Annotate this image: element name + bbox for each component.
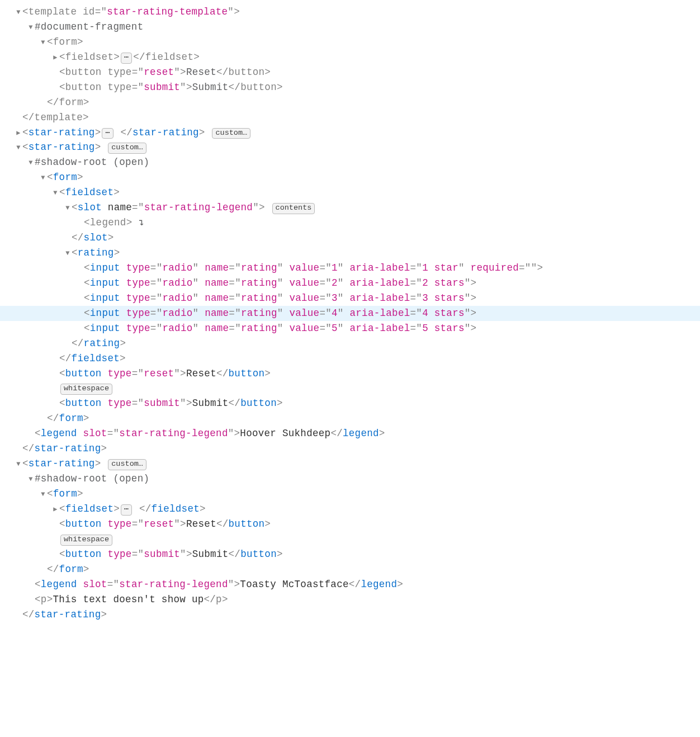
expand-caret-down-icon[interactable] (51, 188, 59, 198)
tag-name: fieldset (65, 503, 113, 514)
dom-tree-line[interactable]: <form> (0, 486, 700, 502)
tag-name: star-rating (29, 141, 95, 153)
attr-value: rating (241, 308, 277, 319)
dom-tree-line[interactable]: </fieldset> (0, 351, 700, 366)
dom-tree-line[interactable]: <form> (0, 170, 700, 185)
attr-name: name (205, 277, 229, 289)
expand-caret-down-icon[interactable] (39, 37, 47, 48)
attr-name: aria-label (349, 277, 410, 289)
tag-name: input (90, 308, 120, 319)
tag-name-close: button (229, 368, 265, 379)
expand-caret-right-icon[interactable] (15, 128, 22, 138)
dom-tree-line[interactable]: <input type="radio" name="rating" value=… (0, 291, 700, 306)
expand-caret-down-icon[interactable] (64, 203, 72, 213)
expand-caret-right-icon[interactable] (51, 53, 59, 63)
text-node: Reset (186, 368, 216, 379)
tag-name-close: slot (84, 232, 108, 243)
badge-whitespace[interactable]: whitespace (60, 384, 112, 395)
text-node: Submit (192, 82, 229, 93)
badge-ellipsis[interactable]: ⋯ (121, 504, 132, 516)
attr-name: value (289, 277, 319, 289)
dom-tree-line[interactable]: <template id="star-rating-template"> (0, 4, 700, 20)
expand-caret-down-icon[interactable] (27, 158, 35, 168)
attr-value: rating (241, 277, 277, 289)
dom-tree-line[interactable]: #shadow-root (open) (0, 471, 700, 486)
badge-custom[interactable]: custom… (108, 459, 146, 470)
expand-caret-down-icon[interactable] (15, 7, 22, 17)
dom-tree-line[interactable]: <fieldset>⋯ </fieldset> (0, 502, 700, 517)
tag-name: input (90, 323, 120, 334)
dom-tree-line[interactable]: </star-rating> (0, 441, 700, 456)
expand-caret-down-icon[interactable] (39, 173, 47, 183)
tag-name: fieldset (65, 51, 113, 63)
dom-tree-line[interactable]: <legend> ↴ (0, 215, 700, 230)
dom-tree-line[interactable]: <button type="reset">Reset</button> (0, 517, 700, 532)
tag-name: fieldset (65, 187, 113, 198)
attr-name: aria-label (349, 308, 410, 319)
dom-tree-line[interactable]: <legend slot="star-rating-legend">Hoover… (0, 426, 700, 441)
dom-tree-line[interactable]: <star-rating>⋯ </star-rating> custom… (0, 125, 700, 140)
text-node: This text doesn't show up (53, 594, 204, 605)
badge-ellipsis[interactable]: ⋯ (121, 53, 132, 64)
dom-tree-line[interactable]: <form> (0, 35, 700, 50)
expand-caret-down-icon[interactable] (27, 22, 35, 32)
expand-caret-down-icon[interactable] (15, 143, 22, 153)
reveal-arrow-icon[interactable]: ↴ (138, 217, 144, 228)
dom-tree-line[interactable]: <button type="submit">Submit</button> (0, 547, 700, 562)
dom-tree-line[interactable]: </rating> (0, 336, 700, 351)
dom-tree-line[interactable]: <star-rating> custom… (0, 456, 700, 471)
expand-caret-down-icon[interactable] (15, 459, 22, 469)
dom-tree-line[interactable]: </template> (0, 110, 700, 125)
dom-tree-line[interactable]: <button type="reset">Reset</button> (0, 65, 700, 80)
dom-tree-line[interactable]: whitespace (0, 381, 700, 396)
expand-caret-right-icon[interactable] (51, 504, 59, 514)
dom-tree-line[interactable]: #document-fragment (0, 20, 700, 35)
dom-tree-line[interactable]: <input type="radio" name="rating" value=… (0, 321, 700, 336)
attr-value: submit (144, 82, 180, 93)
tag-name: input (90, 292, 120, 304)
dom-tree-line[interactable]: whitespace (0, 532, 700, 547)
attr-name: aria-label (349, 292, 410, 304)
dom-tree-line[interactable]: <button type="reset">Reset</button> (0, 366, 700, 381)
attr-value: radio (162, 262, 192, 273)
dom-tree-line[interactable]: <button type="submit">Submit</button> (0, 396, 700, 411)
attr-name: name (205, 262, 229, 273)
badge-contents[interactable]: contents (272, 203, 315, 214)
dom-tree-line[interactable]: <star-rating> custom… (0, 140, 700, 155)
attr-value: rating (241, 262, 277, 273)
dom-tree-line[interactable]: <p>This text doesn't show up</p> (0, 592, 700, 607)
dom-tree-line[interactable]: <input type="radio" name="rating" value=… (0, 306, 700, 321)
badge-custom[interactable]: custom… (108, 143, 146, 154)
tag-name: p (41, 594, 47, 605)
dom-tree-line[interactable]: <input type="radio" name="rating" value=… (0, 276, 700, 291)
attr-value: radio (162, 308, 192, 319)
dom-tree-line[interactable]: </form> (0, 95, 700, 110)
dom-tree-line[interactable]: </form> (0, 411, 700, 426)
dom-tree-line[interactable]: </star-rating> (0, 607, 700, 622)
dom-tree-line[interactable]: <button type="submit">Submit</button> (0, 80, 700, 95)
attr-name: name (205, 292, 229, 304)
tag-name-close: button (240, 398, 277, 409)
dom-tree-line[interactable]: <legend slot="star-rating-legend">Toasty… (0, 577, 700, 592)
tag-name-close: button (229, 518, 265, 530)
dom-tree-line[interactable]: <slot name="star-rating-legend"> content… (0, 200, 700, 215)
expand-caret-down-icon[interactable] (64, 248, 72, 258)
badge-custom[interactable]: custom… (212, 128, 250, 139)
expand-caret-down-icon[interactable] (39, 489, 47, 499)
badge-whitespace[interactable]: whitespace (60, 535, 112, 546)
dom-tree-line[interactable]: </slot> (0, 230, 700, 245)
attr-name: type (126, 323, 150, 334)
dom-tree-line[interactable]: <fieldset> (0, 185, 700, 200)
dom-tree-line[interactable]: </form> (0, 562, 700, 577)
expand-caret-down-icon[interactable] (27, 474, 35, 484)
attr-value: star-rating-template (107, 6, 228, 17)
tag-name: rating (78, 247, 114, 258)
dom-tree-line[interactable]: <input type="radio" name="rating" value=… (0, 261, 700, 276)
attr-value: radio (162, 292, 192, 304)
dom-tree-line[interactable]: #shadow-root (open) (0, 155, 700, 170)
dom-tree-line[interactable]: <rating> (0, 245, 700, 261)
attr-value: rating (241, 292, 277, 304)
badge-ellipsis[interactable]: ⋯ (102, 128, 113, 139)
attr-value: 5 (332, 323, 338, 334)
dom-tree-line[interactable]: <fieldset>⋯</fieldset> (0, 50, 700, 65)
